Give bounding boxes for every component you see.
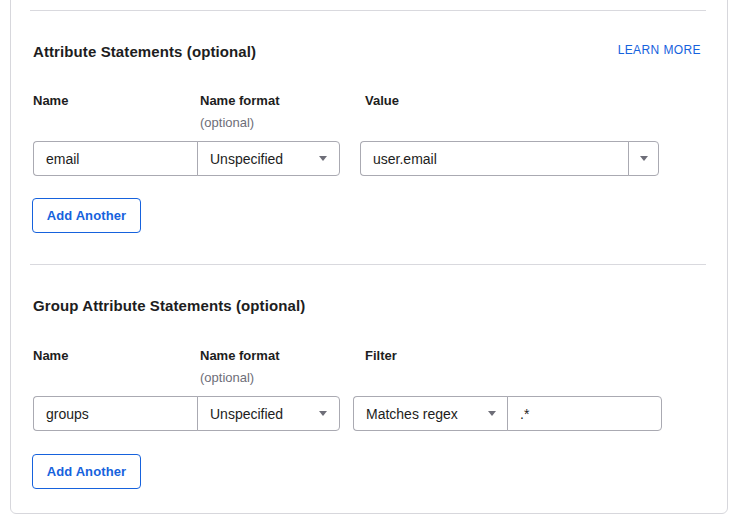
- learn-more-link[interactable]: LEARN MORE: [618, 43, 701, 57]
- dropdown-arrow-icon: [319, 411, 327, 416]
- group-col-filter-label: Filter: [365, 348, 397, 363]
- section-divider-top: [30, 10, 706, 11]
- attr-col-name-format-label: Name format: [200, 93, 279, 108]
- attr-col-name-format-note: (optional): [200, 115, 254, 130]
- group-add-another-button[interactable]: Add Another: [32, 454, 141, 489]
- group-name-format-select[interactable]: Unspecified: [197, 396, 340, 431]
- group-col-name-format-note: (optional): [200, 370, 254, 385]
- section-divider-middle: [30, 264, 706, 265]
- group-col-name-label: Name: [33, 348, 68, 363]
- saml-settings-panel: Attribute Statements (optional) LEARN MO…: [0, 0, 737, 530]
- group-name-format-selected-value: Unspecified: [210, 406, 283, 422]
- dropdown-arrow-icon: [640, 156, 648, 161]
- group-col-name-format-label: Name format: [200, 348, 279, 363]
- group-name-input[interactable]: [33, 396, 198, 431]
- attr-value-input[interactable]: [360, 141, 629, 176]
- settings-card: [10, 0, 728, 514]
- dropdown-arrow-icon: [319, 156, 327, 161]
- attribute-statements-title: Attribute Statements (optional): [33, 43, 256, 60]
- attr-name-input[interactable]: [33, 141, 198, 176]
- attr-name-format-select[interactable]: Unspecified: [197, 141, 340, 176]
- attr-col-name-label: Name: [33, 93, 68, 108]
- group-filter-value-input[interactable]: [507, 396, 662, 431]
- attr-col-value-label: Value: [365, 93, 399, 108]
- dropdown-arrow-icon: [488, 411, 496, 416]
- attr-value-dropdown-button[interactable]: [628, 141, 659, 176]
- group-filter-type-select[interactable]: Matches regex: [353, 396, 508, 431]
- group-attribute-statements-title: Group Attribute Statements (optional): [33, 297, 305, 314]
- attr-add-another-button[interactable]: Add Another: [32, 198, 141, 233]
- group-filter-type-selected-value: Matches regex: [366, 406, 458, 422]
- attr-name-format-selected-value: Unspecified: [210, 151, 283, 167]
